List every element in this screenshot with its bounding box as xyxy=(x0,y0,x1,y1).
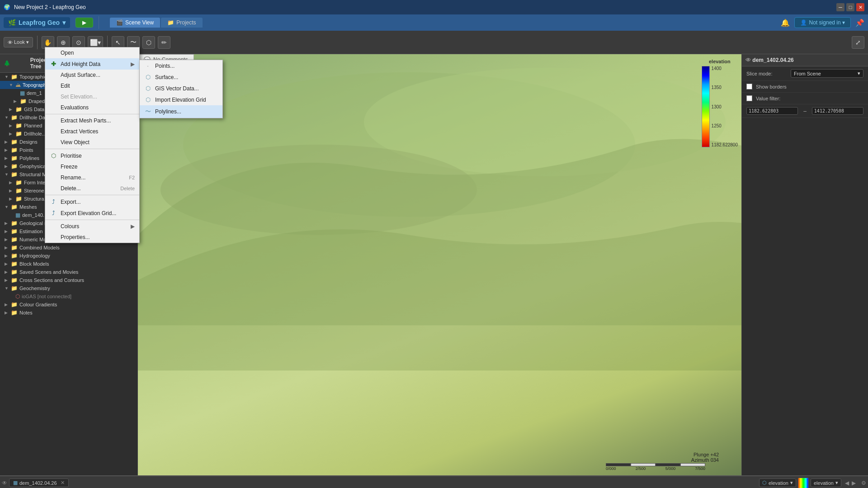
delete-shortcut: Delete xyxy=(120,186,135,191)
scene-view-icon: 🎬 xyxy=(116,19,123,26)
tree-item-blockmodels[interactable]: ▶ 📁 Block Models xyxy=(0,260,137,268)
close-button[interactable]: ✕ xyxy=(856,3,864,11)
freeze-label: Freeze xyxy=(61,164,77,170)
edit-label: Edit xyxy=(61,83,70,89)
ctx-delete[interactable]: Delete... Delete xyxy=(45,183,139,194)
expand-arrow: ▶ xyxy=(5,278,9,282)
lower-section: 👁 ▦ dem_1402.04.26 ✕ ⬡ elevation ▾ eleva… xyxy=(0,475,868,488)
folder-icon: 📁 xyxy=(15,131,22,137)
points-label: Points... xyxy=(155,63,175,69)
ctx-rename[interactable]: Rename... F2 xyxy=(45,172,139,183)
tab-projects[interactable]: 📁 Projects xyxy=(161,18,202,28)
ctx-export[interactable]: ⤴ Export... xyxy=(45,196,139,207)
value-filter-checkbox[interactable] xyxy=(746,95,752,101)
ctx-sep-2 xyxy=(45,149,139,149)
scene-area[interactable]: 💬 No Comments elevation xyxy=(138,54,741,475)
surface-icon: ⬡ xyxy=(144,74,151,80)
colours-label: Colours xyxy=(61,223,79,230)
play-forward-icon[interactable]: ▶ xyxy=(852,480,856,486)
tree-label: Meshes xyxy=(19,204,37,210)
tree-item-savedscenes[interactable]: ▶ 📁 Saved Scenes and Movies xyxy=(0,268,137,276)
scale-label-0: 0/000 xyxy=(606,466,616,471)
tree-item-iogas[interactable]: ▶ ⬡ ioGAS [not connected] xyxy=(0,292,137,300)
sub-surface[interactable]: ⬡ Surface... xyxy=(140,71,222,83)
mesh-obj-icon: ▦ xyxy=(13,480,18,486)
no-arrow: ▶ xyxy=(9,213,14,217)
tree-label: Saved Scenes and Movies xyxy=(19,269,78,275)
sub-importgrid[interactable]: ⬡ Import Elevation Grid xyxy=(140,94,222,105)
azimuth-text: Azimuth 034 xyxy=(691,457,719,463)
tree-item-hydrogeology[interactable]: ▶ 📁 Hydrogeology xyxy=(0,252,137,260)
colours-submenu-arrow: ▶ xyxy=(131,223,135,230)
tree-item-crosssections[interactable]: ▶ 📁 Cross Sections and Contours xyxy=(0,276,137,284)
brand-dropdown-icon: ▾ xyxy=(62,19,66,26)
appbar: 🌿 Leapfrog Geo ▾ ▶ 🎬 Scene View 📁 Projec… xyxy=(0,14,868,31)
sub-polylines[interactable]: 〜 Polylines... xyxy=(140,105,222,118)
ctx-addheight[interactable]: ✚ Add Height Data ▶ xyxy=(45,58,139,70)
tree-item-colourgradients[interactable]: ▶ 📁 Colour Gradients xyxy=(0,300,137,309)
color-channel-1-dropdown[interactable]: ⬡ elevation ▾ xyxy=(759,479,796,487)
prioritise-label: Prioritise xyxy=(61,153,82,159)
sub-gisvector[interactable]: ⬡ GIS Vector Data... xyxy=(140,83,222,94)
tree-item-geochemistry[interactable]: ▼ 📁 Geochemistry xyxy=(0,284,137,292)
ctx-exportelevation[interactable]: ⤴ Export Elevation Grid... xyxy=(45,207,139,219)
show-borders-checkbox[interactable] xyxy=(746,84,752,89)
tree-label: Hydrogeology xyxy=(19,253,50,258)
ctx-extractmesh[interactable]: Extract Mesh Parts... xyxy=(45,115,139,126)
maximize-button[interactable]: □ xyxy=(846,3,854,11)
polygon-tool[interactable]: ⬡ xyxy=(142,36,155,49)
ctx-evaluations[interactable]: Evaluations xyxy=(45,102,139,113)
color-channel-2-dropdown[interactable]: elevation ▾ xyxy=(811,479,841,487)
eye-icon-strip: 👁 xyxy=(2,480,7,486)
ctx-extractvertices[interactable]: Extract Vertices xyxy=(45,126,139,137)
run-button[interactable]: ▶ xyxy=(75,18,93,28)
gisvector-label: GIS Vector Data... xyxy=(155,85,199,92)
expand-arrow: ▶ xyxy=(9,131,14,136)
play-back-icon[interactable]: ◀ xyxy=(845,480,849,486)
ctx-freeze[interactable]: Freeze xyxy=(45,161,139,172)
sub-points[interactable]: · Points... xyxy=(140,60,222,71)
slice-mode-dropdown[interactable]: From Scene ▾ xyxy=(791,69,863,78)
tree-item-notes[interactable]: ▶ 📁 Notes xyxy=(0,309,137,317)
range-dash: – xyxy=(803,108,807,114)
scene-object-dem[interactable]: ▦ dem_1402.04.26 ✕ xyxy=(9,479,69,487)
value-filter-min-input[interactable]: 1182.622803 xyxy=(746,107,798,115)
expand-arrow: ▶ xyxy=(14,99,18,103)
toolbar-separator xyxy=(37,36,38,49)
projects-icon: 📁 xyxy=(167,19,174,26)
signin-button[interactable]: 👤 Not signed in ▾ xyxy=(794,17,851,28)
addheight-label: Add Height Data xyxy=(61,61,100,67)
fullscreen-icon[interactable]: ⤢ xyxy=(852,36,864,49)
gisvec-icon: ⬡ xyxy=(144,85,151,92)
ctx-open[interactable]: Open xyxy=(45,47,139,58)
look-label: Look ▾ xyxy=(14,39,29,45)
scale-seg-1 xyxy=(606,463,631,466)
ctx-viewobject[interactable]: View Object xyxy=(45,137,139,148)
window-controls: ─ □ ✕ xyxy=(836,3,864,11)
value-filter-label: Value filter: xyxy=(756,96,797,101)
notification-icon[interactable]: 🔔 xyxy=(781,19,790,27)
expand-arrow: ▼ xyxy=(5,115,9,120)
appbar-right: 🔔 👤 Not signed in ▾ 📌 xyxy=(781,17,864,28)
expand-arrow: ▶ xyxy=(5,302,9,307)
app-brand[interactable]: 🌿 Leapfrog Geo ▾ xyxy=(4,17,70,28)
value-filter-max-input[interactable]: 1412.270508 xyxy=(812,107,863,115)
ctx-prioritise[interactable]: ⬡ Prioritise xyxy=(45,150,139,161)
ctx-properties[interactable]: Properties... xyxy=(45,232,139,243)
right-panel-title: dem_1402.04.26 xyxy=(752,57,793,63)
no-arrow: ▶ xyxy=(9,294,14,299)
minimize-button[interactable]: ─ xyxy=(836,3,844,11)
scene-obj-label: dem_1402.04.26 xyxy=(19,480,57,486)
look-button[interactable]: 👁 Look ▾ xyxy=(4,37,33,47)
ctx-edit[interactable]: Edit xyxy=(45,80,139,91)
settings-icon[interactable]: ⚙ xyxy=(861,480,866,486)
tab-scene-view[interactable]: 🎬 Scene View xyxy=(110,18,160,28)
pin-icon[interactable]: 📌 xyxy=(855,19,864,27)
close-scene-obj[interactable]: ✕ xyxy=(61,480,65,486)
ctx-adjustsurface[interactable]: Adjust Surface... xyxy=(45,70,139,80)
ctx-colours[interactable]: Colours ▶ xyxy=(45,221,139,232)
tree-label: Cross Sections and Contours xyxy=(19,277,84,283)
tree-item-combined[interactable]: ▶ 📁 Combined Models xyxy=(0,244,137,252)
slice-mode-label: Slice mode: xyxy=(746,71,787,76)
edit-tool[interactable]: ✏ xyxy=(158,36,170,49)
